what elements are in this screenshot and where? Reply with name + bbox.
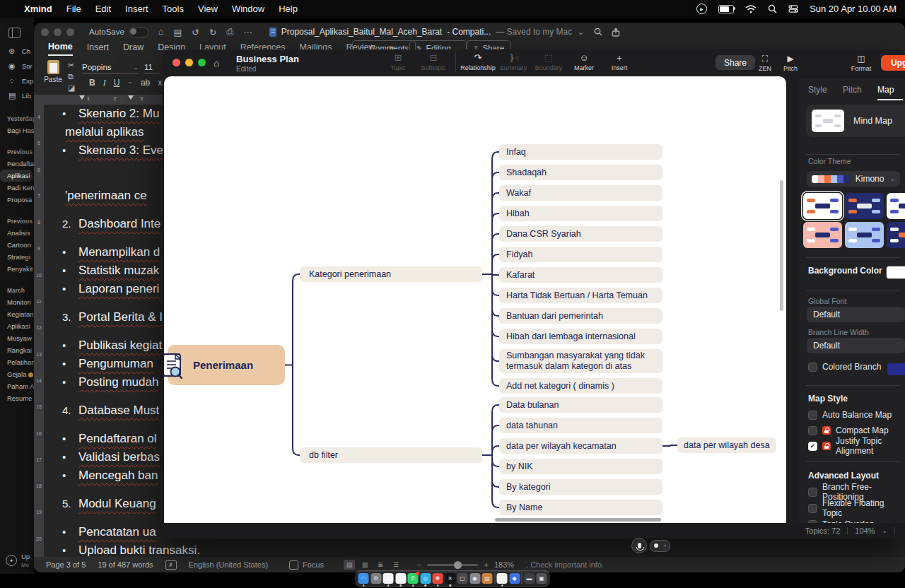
chat-history-item[interactable]: Gejala: [0, 368, 34, 380]
chat-history-item[interactable]: Aplikasi: [0, 320, 34, 332]
undo-icon[interactable]: ↺: [192, 27, 199, 37]
toolbar-button[interactable]: ↷ Relationship: [455, 52, 496, 71]
menubar-menu-item[interactable]: Help: [279, 4, 298, 14]
vertical-scrollbar[interactable]: [780, 180, 783, 311]
sidebar-nav-item[interactable]: ⁘ Exp: [0, 74, 34, 88]
share-icon[interactable]: [612, 28, 620, 37]
vertical-ruler[interactable]: 4567891011121314151617181920: [34, 105, 44, 557]
mindmap-subtopic[interactable]: Dana CSR Syariah: [499, 226, 662, 242]
word-titlebar[interactable]: AutoSave ⌂ ▤ ↺ ↻ ⎙ ⋯ Proposal_Aplikasi_B…: [34, 23, 905, 41]
advanced-layout-option[interactable]: Branch Free-Positioning: [808, 487, 905, 497]
minimize-button[interactable]: [185, 59, 193, 66]
page-indicator[interactable]: Page 3 of 5: [46, 560, 86, 569]
dock-app-icon[interactable]: ✆: [408, 573, 419, 584]
toolbar-button[interactable]: ⊞ Topic: [380, 52, 416, 71]
map-style-option[interactable]: Auto Balance Map: [808, 410, 905, 420]
chat-history-item[interactable]: Cartoon: [0, 239, 34, 251]
theme-thumbnail[interactable]: [803, 193, 842, 219]
chat-history-item[interactable]: Aplikasi: [0, 170, 33, 182]
mindmap-subtopic[interactable]: Add net kategori ( dinamis ): [499, 378, 662, 394]
checkbox[interactable]: [808, 488, 817, 497]
mindmap-subtopic[interactable]: Fidyah: [499, 247, 662, 262]
chat-history-item[interactable]: Musyaw: [0, 332, 34, 344]
zoom-out-button[interactable]: −: [417, 560, 421, 569]
cut-icon[interactable]: ✂: [68, 61, 74, 70]
mindmap-subtopic[interactable]: Bantuan dari pemerintah: [499, 308, 662, 324]
menubar-menu-item[interactable]: View: [198, 4, 218, 14]
theme-thumbnail[interactable]: [887, 222, 905, 248]
dock-app-icon[interactable]: ◉: [469, 573, 480, 584]
mindmap-subtopic[interactable]: Hibah: [499, 206, 662, 221]
proofing-status-icon[interactable]: ✗: [165, 560, 177, 570]
hanging-indent-marker[interactable]: [128, 95, 134, 100]
mindmap-subtopic[interactable]: Data bulanan: [499, 397, 662, 413]
menubar-menu-item[interactable]: Tools: [163, 4, 184, 14]
toolbar-button[interactable]: ⊟ Subtopic: [416, 52, 451, 71]
share-button[interactable]: Share: [716, 55, 755, 70]
checkbox[interactable]: [808, 363, 817, 372]
chat-history-item[interactable]: Previous: [0, 146, 34, 158]
chat-history-item[interactable]: Previous: [0, 216, 34, 227]
pitch-mode-button[interactable]: ▶ Pitch: [776, 54, 805, 72]
chat-history-item[interactable]: Pendafta: [0, 158, 34, 170]
dock-app-icon[interactable]: ▬: [524, 573, 535, 584]
global-font-select[interactable]: Default: [807, 307, 905, 322]
checkbox[interactable]: [808, 426, 817, 435]
checkbox[interactable]: [808, 504, 817, 513]
chat-history-item[interactable]: Proposa: [0, 194, 34, 206]
chat-history-item[interactable]: Paham A: [0, 380, 34, 392]
battery-icon[interactable]: [718, 5, 734, 13]
microphone-icon[interactable]: [631, 538, 647, 553]
zoom-in-button[interactable]: +: [484, 560, 488, 569]
print-layout-view-button[interactable]: ▤: [344, 560, 355, 570]
zoom-percentage[interactable]: 183%: [494, 560, 514, 569]
theme-thumbnail[interactable]: [887, 193, 905, 219]
chat-history-item[interactable]: March: [0, 285, 34, 296]
close-button[interactable]: [41, 28, 49, 36]
toolbar-button[interactable]: ❵▫ Summary: [496, 52, 531, 71]
wifi-icon[interactable]: [745, 5, 757, 13]
dock-app-icon[interactable]: ◠: [358, 573, 369, 584]
chat-history-item[interactable]: Rangkai: [0, 344, 34, 356]
dock-app-icon[interactable]: ▣: [537, 573, 547, 584]
theme-thumbnail[interactable]: [803, 222, 842, 248]
mindmap-subtopic[interactable]: By Name: [499, 500, 662, 515]
underline-button[interactable]: U: [114, 78, 120, 88]
structure-selector[interactable]: Mind Map: [806, 105, 905, 137]
mindmap-subtopic[interactable]: Harta Tidak Bertuan / Harta Temuan: [499, 288, 662, 303]
dock-app-icon[interactable]: ◆: [509, 573, 520, 584]
mindmap-subtopic[interactable]: Infaq: [499, 144, 662, 160]
menubar-menu-item[interactable]: File: [66, 4, 81, 14]
map-style-option[interactable]: Justify Topic Alignment: [808, 441, 905, 451]
horizontal-scrollbar[interactable]: [495, 518, 661, 522]
sidebar-toggle-icon[interactable]: [8, 28, 21, 38]
mindmap-subtopic[interactable]: Wakaf: [499, 185, 662, 201]
horizontal-ruler[interactable]: 123: [34, 95, 164, 105]
dock-app-icon[interactable]: ✿: [383, 573, 394, 584]
word-count[interactable]: 19 of 487 words: [98, 560, 153, 569]
chat-history-item[interactable]: Kegiatan: [0, 308, 34, 320]
mindmap-subtopic[interactable]: Sumbangan masyarakat yang tidak termasuk…: [499, 349, 662, 373]
format-panel-button[interactable]: ◫ Format: [847, 54, 875, 72]
background-color-swatch[interactable]: [886, 266, 905, 279]
colored-branch-option[interactable]: Colored Branch: [808, 362, 881, 372]
screen-mirroring-icon[interactable]: ▶: [696, 4, 707, 14]
chat-history-item[interactable]: Yesterday: [0, 113, 34, 124]
panel-tab[interactable]: Pitch: [843, 82, 868, 100]
format-painter-icon[interactable]: ◪: [68, 83, 75, 93]
advanced-layout-option[interactable]: Flexible Floating Topic: [808, 503, 905, 513]
dock-app-icon[interactable]: ≡: [497, 573, 508, 584]
chat-history-item[interactable]: Monitori: [0, 296, 34, 308]
app-menu-xmind[interactable]: Xmind: [24, 4, 52, 14]
panel-tab[interactable]: Style: [808, 82, 834, 100]
spotlight-search-icon[interactable]: [768, 4, 777, 13]
mindmap-topic-data-per-wilayah-desa[interactable]: data per wilayah desa: [677, 437, 776, 453]
zoom-button[interactable]: [66, 28, 74, 36]
language-indicator[interactable]: English (United States): [189, 560, 269, 569]
chat-history-item[interactable]: Bagi Has: [0, 124, 34, 136]
dock-app-icon[interactable]: ✕: [445, 573, 455, 584]
bold-button[interactable]: B: [89, 78, 95, 88]
draft-view-button[interactable]: ☰: [390, 560, 402, 570]
branch-line-width-select[interactable]: Default: [807, 338, 905, 353]
dock-app-icon[interactable]: ◎: [420, 573, 431, 584]
